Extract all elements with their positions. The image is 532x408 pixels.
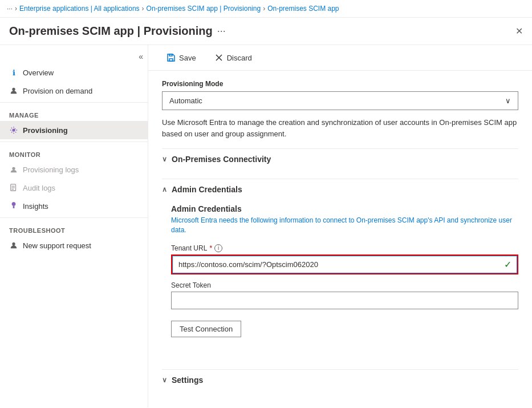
header-left: On-premises SCIM app | Provisioning ··· [9,25,226,38]
sidebar-item-label: Overview [23,68,54,77]
sidebar-item-label: Provision on demand [23,87,92,95]
close-button[interactable]: ✕ [515,26,523,37]
provisioning-mode-value: Automatic [169,96,202,105]
secret-token-label: Secret Token [171,281,211,289]
check-icon: ✓ [504,259,511,270]
main-layout: « ℹ Overview Provision on demand Manage … [0,45,532,407]
breadcrumb-link-1[interactable]: Enterprise applications | All applicatio… [19,5,140,13]
admin-cred-description: Microsoft Entra needs the following info… [171,216,518,235]
tenant-url-label: Tenant URL [171,244,207,252]
spacer [162,346,518,369]
settings-label: Settings [172,375,203,385]
tenant-url-label-row: Tenant URL * i [171,244,518,252]
page-title: On-premises SCIM app | Provisioning [9,25,213,38]
sidebar: « ℹ Overview Provision on demand Manage … [0,45,148,407]
sidebar-item-label: Insights [23,202,48,211]
breadcrumb: ··· › Enterprise applications | All appl… [0,0,532,18]
breadcrumb-link-2[interactable]: On-premises SCIM app | Provisioning [147,5,261,13]
toolbar: Save Discard [148,45,532,71]
breadcrumb-separator: › [15,5,17,13]
sidebar-item-label: Audit logs [23,184,55,192]
admin-credentials-content: Admin Credentials Microsoft Entra needs … [162,200,518,337]
tenant-url-input-wrapper: ✓ [171,255,518,274]
secret-token-label-row: Secret Token [171,281,518,289]
required-star: * [209,244,212,252]
chevron-up-icon: ∧ [162,185,167,193]
secret-token-input-wrapper [171,292,518,309]
chevron-down-icon: ∨ [505,96,511,105]
provisioning-icon [9,126,18,135]
chevron-down-icon: ∨ [162,155,167,163]
settings-header[interactable]: ∨ Settings [162,369,518,390]
svg-point-7 [12,202,15,205]
sidebar-item-label: Provisioning [23,126,68,135]
discard-button[interactable]: Discard [210,51,257,64]
settings-section: ∨ Settings [162,369,518,390]
svg-rect-12 [169,54,172,56]
sidebar-item-provisioning[interactable]: Provisioning [0,121,148,139]
discard-label: Discard [227,54,252,62]
sidebar-item-label: New support request [23,241,91,250]
sidebar-item-overview[interactable]: ℹ Overview [0,63,148,82]
svg-point-10 [12,243,15,245]
save-button[interactable]: Save [162,51,201,64]
sidebar-divider-2 [0,142,148,142]
on-premises-connectivity-section: ∨ On-Premises Connectivity [162,148,518,169]
on-premises-connectivity-header[interactable]: ∨ On-Premises Connectivity [162,148,518,169]
admin-cred-title: Admin Credentials [171,204,518,213]
secret-token-input[interactable] [171,292,518,309]
breadcrumb-separator-3: › [263,5,265,13]
provisioning-mode-field: Provisioning Mode Automatic ∨ Use Micros… [162,80,518,139]
save-label: Save [179,54,196,62]
chevron-down-icon: ∨ [162,376,167,384]
sidebar-item-new-support[interactable]: New support request [0,236,148,255]
sidebar-section-monitor: Monitor [0,144,148,160]
admin-credentials-header[interactable]: ∧ Admin Credentials [162,179,518,200]
sidebar-divider-3 [0,217,148,218]
admin-credentials-section: ∧ Admin Credentials Admin Credentials Mi… [162,179,518,337]
content-area: Provisioning Mode Automatic ∨ Use Micros… [148,71,532,407]
insights-icon [9,201,18,211]
sidebar-collapse-button[interactable]: « [139,52,143,61]
save-icon [166,53,176,62]
header-more-icon[interactable]: ··· [217,25,226,37]
prov-logs-icon [9,165,18,174]
svg-point-0 [12,88,15,91]
svg-point-2 [12,167,15,170]
provisioning-mode-dropdown[interactable]: Automatic ∨ [162,91,518,110]
discard-icon [214,53,224,62]
secret-token-field: Secret Token [171,281,518,309]
person-icon [9,86,18,95]
section-label: On-Premises Connectivity [172,155,271,164]
audit-icon [9,183,18,192]
svg-point-1 [12,128,15,131]
provisioning-mode-label: Provisioning Mode [162,80,518,88]
svg-rect-11 [169,59,173,61]
svg-rect-8 [13,206,15,208]
sidebar-item-audit-logs: Audit logs [0,179,148,197]
test-connection-button[interactable]: Test Connection [171,321,241,337]
sidebar-collapse-area: « [0,50,148,63]
description-text: Use Microsoft Entra to manage the creati… [162,117,518,139]
main-content: Save Discard Provisioning Mode Automatic… [148,45,532,407]
support-icon [9,241,18,250]
breadcrumb-link-3[interactable]: On-premises SCIM app [267,5,339,13]
sidebar-item-insights[interactable]: Insights [0,197,148,215]
tenant-url-input[interactable] [172,256,517,273]
tenant-url-field: Tenant URL * i ✓ [171,244,518,274]
section-label: Admin Credentials [172,185,242,194]
sidebar-section-troubleshoot: Troubleshoot [0,220,148,236]
sidebar-item-provisioning-logs: Provisioning logs [0,160,148,179]
sidebar-divider-1 [0,102,148,103]
page-header: On-premises SCIM app | Provisioning ··· … [0,18,532,45]
sidebar-item-label: Provisioning logs [23,165,79,174]
breadcrumb-separator-2: › [142,5,144,13]
info-icon[interactable]: i [214,244,222,252]
breadcrumb-dots: ··· [7,5,13,13]
sidebar-section-manage: Manage [0,105,148,121]
sidebar-item-provision-on-demand[interactable]: Provision on demand [0,82,148,100]
info-icon: ℹ [9,68,18,77]
